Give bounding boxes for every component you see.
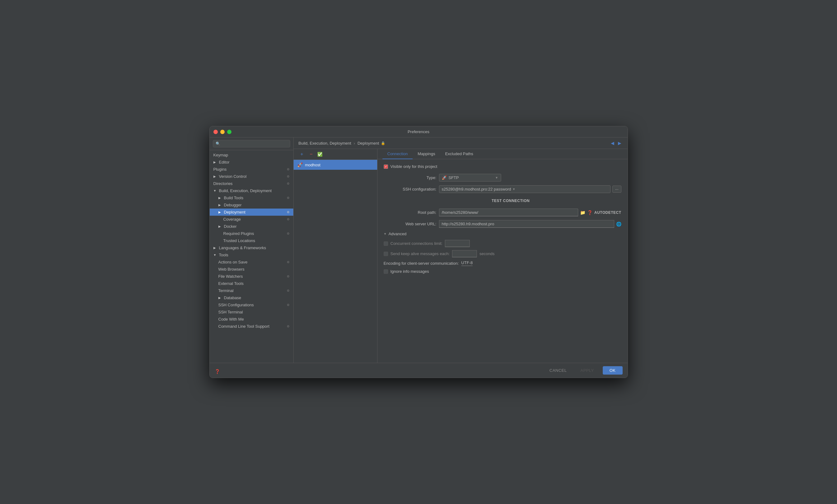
settings-icon: ⚙ xyxy=(287,260,289,264)
maximize-button[interactable] xyxy=(227,130,231,134)
test-connection-button[interactable]: TEST CONNECTION xyxy=(492,197,530,205)
sidebar-item-label: Command Line Tool Support xyxy=(218,324,270,329)
folder-icon-button[interactable]: 📁 xyxy=(580,210,585,215)
sidebar-item-keymap[interactable]: Keymap xyxy=(210,151,293,158)
tab-mappings[interactable]: Mappings xyxy=(413,149,440,159)
sidebar-item-web-browsers[interactable]: Web Browsers xyxy=(210,266,293,273)
root-path-input[interactable] xyxy=(439,208,578,216)
ok-button[interactable]: OK xyxy=(603,366,623,375)
sidebar-item-code-with-me[interactable]: Code With Me xyxy=(210,316,293,323)
minus-icon: − xyxy=(310,151,313,157)
ssh-select-arrow-icon: ▼ xyxy=(512,187,515,191)
sidebar-item-label: Debugger xyxy=(224,203,242,207)
add-server-button[interactable]: + xyxy=(299,151,305,158)
sidebar-item-database[interactable]: ▶ Database xyxy=(210,294,293,301)
web-url-field: 🌐 xyxy=(439,220,621,228)
remove-server-button[interactable]: − xyxy=(308,151,315,158)
advanced-header[interactable]: ▼ Advanced xyxy=(384,231,621,236)
sidebar-item-build-tools[interactable]: ▶ Build Tools ⚙ xyxy=(210,194,293,201)
sidebar-item-ssh-configurations[interactable]: SSH Configurations ⚙ xyxy=(210,301,293,309)
sidebar-item-languages-frameworks[interactable]: ▶ Languages & Frameworks xyxy=(210,244,293,251)
sidebar-item-version-control[interactable]: ▶ Version Control ⚙ xyxy=(210,173,293,180)
sidebar-item-debugger[interactable]: ▶ Debugger xyxy=(210,201,293,208)
sidebar-item-file-watchers[interactable]: File Watchers ⚙ xyxy=(210,273,293,280)
settings-icon: ⚙ xyxy=(287,324,289,328)
settings-icon: ⚙ xyxy=(287,196,289,200)
sidebar-item-deployment[interactable]: ▶ Deployment ⚙ xyxy=(210,208,293,216)
status-check-icon: ✅ xyxy=(317,152,322,157)
ssh-dots-button[interactable]: ··· xyxy=(612,186,621,193)
title-bar: Preferences xyxy=(210,126,628,137)
sidebar-item-command-line-tool-support[interactable]: Command Line Tool Support ⚙ xyxy=(210,323,293,330)
type-select[interactable]: 🚀 SFTP ▼ xyxy=(439,174,501,182)
sidebar-item-trusted-locations[interactable]: Trusted Locations xyxy=(210,237,293,244)
sidebar-item-terminal[interactable]: Terminal ⚙ xyxy=(210,287,293,294)
chevron-right-icon: ▶ xyxy=(213,175,217,178)
sidebar-item-ssh-terminal[interactable]: SSH Terminal xyxy=(210,309,293,316)
web-url-row: Web server URL: 🌐 xyxy=(384,220,621,228)
server-item-modhost[interactable]: 🚀 modhost xyxy=(293,160,377,170)
sidebar-item-label: Database xyxy=(224,296,242,300)
sftp-icon: 🚀 xyxy=(442,175,447,180)
advanced-chevron-icon: ▼ xyxy=(384,232,387,236)
minimize-button[interactable] xyxy=(220,130,225,134)
keepalive-input[interactable] xyxy=(452,250,477,257)
sidebar-item-editor[interactable]: ▶ Editor xyxy=(210,158,293,166)
visible-project-checkbox[interactable]: ✓ xyxy=(384,165,388,169)
forward-arrow[interactable]: ▶ xyxy=(617,140,623,146)
sidebar-item-coverage[interactable]: Coverage ⚙ xyxy=(210,216,293,223)
ignore-checkbox[interactable] xyxy=(384,269,388,274)
settings-icon: ⚙ xyxy=(287,175,289,178)
chevron-right-icon: ▶ xyxy=(218,203,222,207)
breadcrumb-bar: Build, Execution, Deployment › Deploymen… xyxy=(293,137,628,149)
sidebar-item-docker[interactable]: ▶ Docker xyxy=(210,223,293,230)
sidebar-items: Keymap ▶ Editor Plugins ⚙ ▶ Version Cont… xyxy=(210,150,293,363)
search-input[interactable] xyxy=(213,140,290,147)
sidebar-item-label: Build, Execution, Deployment xyxy=(219,188,272,193)
settings-icon: ⚙ xyxy=(287,303,289,306)
right-panel: Build, Execution, Deployment › Deploymen… xyxy=(293,137,628,363)
chevron-right-icon: ▶ xyxy=(218,296,222,299)
sidebar-item-external-tools[interactable]: External Tools xyxy=(210,280,293,287)
web-url-input[interactable] xyxy=(439,220,614,228)
sidebar-item-label: External Tools xyxy=(218,281,244,286)
sidebar-item-label: Keymap xyxy=(213,153,228,157)
sidebar-item-plugins[interactable]: Plugins ⚙ xyxy=(210,166,293,173)
sidebar-item-actions-on-save[interactable]: Actions on Save ⚙ xyxy=(210,259,293,266)
sidebar-item-label: Languages & Frameworks xyxy=(219,245,266,250)
close-button[interactable] xyxy=(213,130,218,134)
back-arrow[interactable]: ◀ xyxy=(609,140,616,146)
visible-project-row: ✓ Visible only for this project xyxy=(384,164,621,169)
help-icon[interactable]: ❓ xyxy=(215,369,220,374)
sidebar-item-label: Web Browsers xyxy=(218,267,245,272)
sidebar-item-label: Plugins xyxy=(213,167,227,172)
sidebar-item-required-plugins[interactable]: Required Plugins ⚙ xyxy=(210,230,293,237)
server-list: 🚀 modhost xyxy=(293,160,377,170)
ssh-config-select[interactable]: s25280@h9.modhost.pro:22 password ▼ xyxy=(439,185,610,193)
tab-excluded-paths[interactable]: Excluded Paths xyxy=(440,149,478,159)
settings-icon: ⚙ xyxy=(287,289,289,292)
sidebar-item-label: Deployment xyxy=(224,210,246,214)
sidebar-item-tools[interactable]: ▼ Tools xyxy=(210,251,293,259)
settings-icon: ⚙ xyxy=(287,218,289,221)
form-content: ✓ Visible only for this project Type: 🚀 … xyxy=(377,159,628,363)
tabs-bar: Connection Mappings Excluded Paths xyxy=(377,149,628,159)
tab-connection[interactable]: Connection xyxy=(382,149,413,159)
ssh-config-field: s25280@h9.modhost.pro:22 password ▼ ··· xyxy=(439,185,621,193)
sidebar-item-label: Trusted Locations xyxy=(224,238,255,243)
cancel-button[interactable]: CANCEL xyxy=(545,366,572,375)
visible-project-label: Visible only for this project xyxy=(391,164,438,169)
concurrent-checkbox[interactable] xyxy=(384,241,388,246)
autodetect-button[interactable]: AUTODETECT xyxy=(594,210,621,215)
chevron-down-icon: ▼ xyxy=(213,189,217,192)
sidebar-item-build-execution-deployment[interactable]: ▼ Build, Execution, Deployment xyxy=(210,187,293,194)
help-circle-button[interactable]: ❓ xyxy=(587,210,592,215)
search-bar xyxy=(210,137,293,150)
ssh-config-input-row: s25280@h9.modhost.pro:22 password ▼ ··· xyxy=(439,185,621,193)
concurrent-input[interactable] xyxy=(445,240,470,247)
concurrent-row: Concurrent connections limit: xyxy=(384,240,621,247)
sidebar-item-directories[interactable]: Directories ⚙ xyxy=(210,180,293,187)
type-field: 🚀 SFTP ▼ xyxy=(439,174,621,182)
ignore-label: Ignore info messages xyxy=(391,269,429,274)
ignore-row: Ignore info messages xyxy=(384,269,621,274)
